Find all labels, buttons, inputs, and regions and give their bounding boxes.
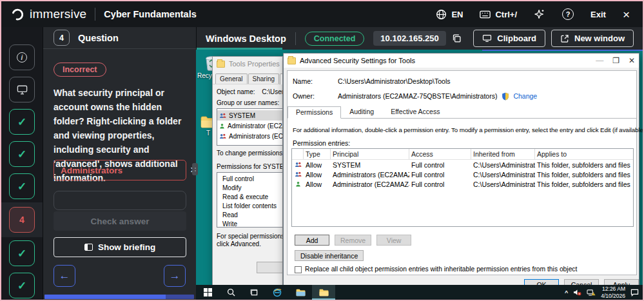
exit-button[interactable]: Exit [590, 10, 606, 19]
sidebar-item-task-6[interactable]: ✓ [9, 273, 35, 298]
show-briefing-label: Show briefing [98, 242, 155, 252]
question-title: Question [78, 33, 119, 43]
desktop-tab-title[interactable]: Windows Desktop [206, 34, 286, 44]
tray-expand-icon[interactable]: ^ [565, 289, 568, 296]
permission-entries-table[interactable]: Type Principal Access Inherited from App… [291, 148, 634, 227]
check-answer-button[interactable]: Check answer [54, 211, 186, 231]
column-applies-to[interactable]: Applies to [535, 149, 633, 159]
user-icon [295, 180, 301, 188]
column-access[interactable]: Access [409, 149, 471, 159]
arrow-right-icon: → [170, 269, 181, 282]
cell-principal: SYSTEM [331, 161, 409, 169]
list-item[interactable]: Modify [217, 183, 283, 192]
list-item[interactable]: List folder contents [217, 201, 283, 210]
remove-button[interactable]: Remove [335, 235, 371, 246]
disable-inheritance-button[interactable]: Disable inheritance [295, 250, 364, 261]
sidebar-row: ✓ [1, 237, 43, 269]
tab-general[interactable]: General [215, 73, 248, 84]
windows-taskbar: ^ ! 12:26 AM 4/10/2026 [196, 285, 643, 300]
sidebar-item-task-3[interactable]: ✓ [9, 173, 35, 199]
close-window-icon[interactable]: ✕ [629, 56, 635, 65]
sidebar-item-task-2[interactable]: ✓ [9, 141, 35, 167]
minimize-icon[interactable]: — [596, 56, 603, 65]
start-button[interactable] [196, 285, 219, 300]
list-item[interactable]: Write [217, 219, 283, 228]
advanced-security-titlebar[interactable]: Advanced Security Settings for Tools — ❐… [284, 53, 639, 68]
header-divider [295, 32, 296, 45]
next-question-button[interactable]: → [164, 265, 186, 287]
table-row[interactable]: Allow SYSTEM Full control C:\Users\Admin… [292, 160, 633, 170]
tab-auditing[interactable]: Auditing [341, 106, 382, 118]
product-title: Cyber Fundamentals [104, 9, 196, 19]
list-item[interactable]: Administrator (EC2AM [217, 121, 283, 131]
sidebar-item-desktop[interactable] [9, 77, 35, 102]
list-item[interactable]: Administrators (EC2AM [217, 131, 283, 141]
open-folder-window-icon[interactable] [312, 285, 335, 300]
column-type[interactable]: Type [304, 149, 331, 159]
object-name-row: Object name: C:\Users\ [217, 88, 282, 95]
shortcuts-button[interactable]: Ctrl+/ [480, 10, 517, 19]
list-item[interactable]: Read & execute [217, 192, 283, 201]
cell-inherited: C:\Users\Administrator\ [471, 161, 535, 169]
tab-sharing[interactable]: Sharing [248, 73, 279, 84]
column-inherited-from[interactable]: Inherited from [471, 149, 535, 159]
copy-ip-icon[interactable] [452, 34, 462, 43]
entry-buttons: Add Remove View [295, 235, 411, 246]
view-button[interactable]: View [376, 235, 411, 246]
table-row[interactable]: Allow Administrators (EC2AMAZ-75... Full… [292, 170, 633, 179]
cell-applies: This folder, subfolders and files [535, 171, 633, 179]
previous-question-button[interactable]: ← [54, 265, 75, 287]
tools-properties-body: Object name: C:\Users\ Group or user nam… [213, 84, 282, 291]
list-item[interactable]: SYSTEM [217, 110, 283, 121]
column-icon [292, 149, 304, 159]
volume-muted-icon[interactable] [573, 289, 581, 296]
sidebar-item-task-1[interactable]: ✓ [9, 109, 35, 135]
close-icon[interactable]: × [623, 8, 630, 21]
new-window-button[interactable]: New window [551, 30, 634, 47]
show-briefing-button[interactable]: Show briefing [54, 237, 186, 257]
check-icon: ✓ [17, 279, 26, 293]
tab-effective-access[interactable]: Effective Access [382, 106, 448, 118]
group-names-list[interactable]: SYSTEM Administrator (EC2AM Administrato… [217, 108, 283, 146]
tools-properties-titlebar[interactable]: Tools Properties [213, 57, 282, 71]
advanced-security-body: Name: C:\Users\Administrator\Desktop\Too… [287, 70, 637, 275]
ai-assist-button[interactable] [534, 8, 545, 20]
taskbar-clock[interactable]: 12:26 AM 4/10/2026 [601, 286, 625, 298]
action-center-icon[interactable] [630, 289, 639, 296]
window-controls: — ❐ ✕ [596, 56, 635, 65]
sidebar-item-task-5[interactable]: ✓ [9, 240, 35, 266]
maximize-icon[interactable]: ❐ [612, 56, 620, 65]
network-warning-icon[interactable]: ! [587, 289, 596, 296]
internet-explorer-icon[interactable] [266, 285, 289, 300]
panel-resize-handle[interactable] [192, 163, 198, 175]
column-principal[interactable]: Principal [331, 149, 409, 159]
replace-permissions-checkbox[interactable] [295, 266, 302, 273]
file-explorer-icon[interactable] [289, 285, 312, 300]
task-view-button[interactable] [242, 285, 266, 300]
search-button[interactable] [219, 285, 242, 300]
answer-input[interactable] [54, 166, 184, 175]
table-row[interactable]: Allow Administrator (EC2AMAZ-75... Full … [292, 179, 633, 189]
add-button[interactable]: Add [295, 235, 329, 246]
sidebar-item-briefing[interactable]: i [9, 44, 35, 70]
task-sidebar: i ✓ ✓ ✓ 4 ✓ ✓ [1, 27, 43, 300]
permissions-list[interactable]: Full control Modify Read & execute List … [217, 172, 283, 228]
tab-permissions[interactable]: Permissions [288, 106, 341, 119]
answer-input-secondary[interactable] [54, 191, 186, 210]
answer-field-wrap: × [54, 160, 186, 180]
owner-label: Owner: [293, 92, 338, 101]
list-item[interactable]: Read [217, 210, 283, 219]
cell-principal: Administrator (EC2AMAZ-75... [331, 180, 409, 188]
owner-value: Administrators (EC2AMAZ-75QBSTE\Administ… [338, 92, 497, 101]
exit-label: Exit [590, 10, 606, 19]
help-button[interactable]: ? [562, 8, 574, 20]
clipboard-button[interactable]: Clipboard [473, 30, 545, 47]
language-switcher[interactable]: EN [436, 9, 463, 20]
advanced-security-title: Advanced Security Settings for Tools [300, 57, 415, 64]
list-item[interactable]: Full control [217, 174, 283, 183]
cell-type: Allow [304, 161, 331, 169]
remote-desktop[interactable]: Recy T Tools Properties General Sharing … [196, 50, 643, 300]
sidebar-item-task-4[interactable]: 4 [9, 207, 35, 233]
change-owner-link[interactable]: Change [513, 92, 537, 101]
advanced-button-partial[interactable] [257, 262, 283, 273]
